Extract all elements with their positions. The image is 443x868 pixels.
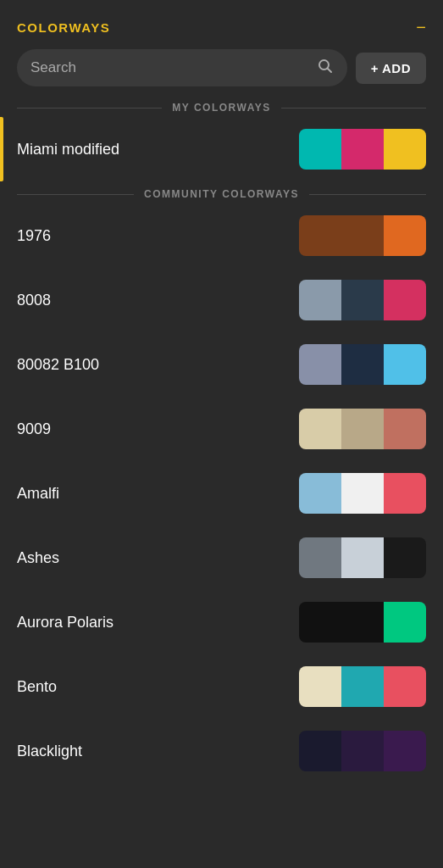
color-swatch	[341, 602, 384, 643]
color-swatch	[299, 280, 341, 320]
color-swatches	[299, 129, 426, 170]
color-swatch	[384, 537, 426, 578]
color-swatch	[299, 473, 341, 514]
color-swatch	[341, 409, 384, 449]
colorway-item[interactable]: 9009	[0, 397, 443, 461]
my-colorways-label: MY COLORWAYS	[162, 102, 280, 114]
colorway-name: Bento	[17, 678, 299, 696]
divider-line-left2	[17, 194, 134, 195]
community-colorways-label: COMMUNITY COLORWAYS	[134, 188, 309, 200]
color-swatch	[341, 537, 384, 578]
colorway-name: Aurora Polaris	[17, 614, 299, 632]
colorway-name: Amalfi	[17, 485, 299, 503]
divider-line-right	[281, 108, 426, 108]
color-swatch	[299, 731, 341, 771]
color-swatch	[384, 731, 426, 771]
color-swatch	[384, 409, 426, 449]
colorway-name: 8008	[17, 292, 299, 309]
color-swatches	[299, 731, 426, 771]
color-swatch	[384, 344, 426, 385]
divider-line-left	[17, 108, 162, 108]
colorway-name: Ashes	[17, 549, 299, 567]
colorway-item[interactable]: Bento	[0, 654, 443, 719]
color-swatch	[299, 344, 341, 385]
app-title: COLORWAYS	[17, 20, 110, 35]
my-colorways-divider: MY COLORWAYS	[0, 102, 443, 114]
color-swatch	[384, 666, 426, 707]
color-swatches	[299, 280, 426, 320]
header: COLORWAYS −	[0, 0, 443, 49]
color-swatches	[299, 666, 426, 707]
color-swatches	[299, 409, 426, 449]
color-swatch	[299, 666, 341, 707]
colorway-item[interactable]: 8008	[0, 268, 443, 332]
search-input[interactable]	[30, 59, 310, 76]
add-button[interactable]: + ADD	[356, 53, 426, 84]
colorway-item[interactable]: Aurora Polaris	[0, 590, 443, 654]
color-swatch	[384, 280, 426, 320]
color-swatches	[299, 344, 426, 385]
search-row: + ADD	[0, 49, 443, 102]
color-swatch	[384, 473, 426, 514]
colorway-name: Miami modified	[17, 141, 299, 159]
color-swatches	[299, 473, 426, 514]
color-swatch	[341, 731, 384, 771]
color-swatch	[299, 129, 341, 170]
color-swatch	[299, 215, 341, 256]
colorway-name: Blacklight	[17, 743, 299, 760]
color-swatch	[384, 602, 426, 643]
color-swatch	[384, 215, 426, 256]
color-swatch	[299, 409, 341, 449]
color-swatch	[299, 602, 341, 643]
color-swatch	[341, 280, 384, 320]
color-swatch	[341, 129, 384, 170]
color-swatch	[341, 344, 384, 385]
colorway-item[interactable]: 1976	[0, 203, 443, 268]
color-swatch	[299, 537, 341, 578]
colorway-item[interactable]: Amalfi	[0, 461, 443, 526]
my-colorways-list: Miami modified	[0, 117, 443, 181]
search-icon	[317, 58, 334, 78]
community-colorways-list: 1976800880082 B1009009AmalfiAshesAurora …	[0, 203, 443, 783]
color-swatch	[341, 473, 384, 514]
color-swatch	[341, 215, 384, 256]
minimize-icon[interactable]: −	[416, 19, 426, 36]
active-indicator	[0, 117, 3, 181]
colorway-name: 9009	[17, 420, 299, 438]
colorway-item[interactable]: Miami modified	[0, 117, 443, 181]
divider-line-right2	[309, 194, 426, 195]
color-swatches	[299, 215, 426, 256]
colorway-name: 80082 B100	[17, 356, 299, 374]
colorway-item[interactable]: Ashes	[0, 526, 443, 590]
colorway-name: 1976	[17, 227, 299, 245]
color-swatch	[341, 666, 384, 707]
community-colorways-divider: COMMUNITY COLORWAYS	[0, 188, 443, 200]
color-swatches	[299, 537, 426, 578]
colorway-item[interactable]: 80082 B100	[0, 332, 443, 397]
search-box[interactable]	[17, 49, 347, 86]
color-swatches	[299, 602, 426, 643]
color-swatch	[384, 129, 426, 170]
svg-line-1	[327, 69, 331, 73]
colorway-item[interactable]: Blacklight	[0, 719, 443, 783]
